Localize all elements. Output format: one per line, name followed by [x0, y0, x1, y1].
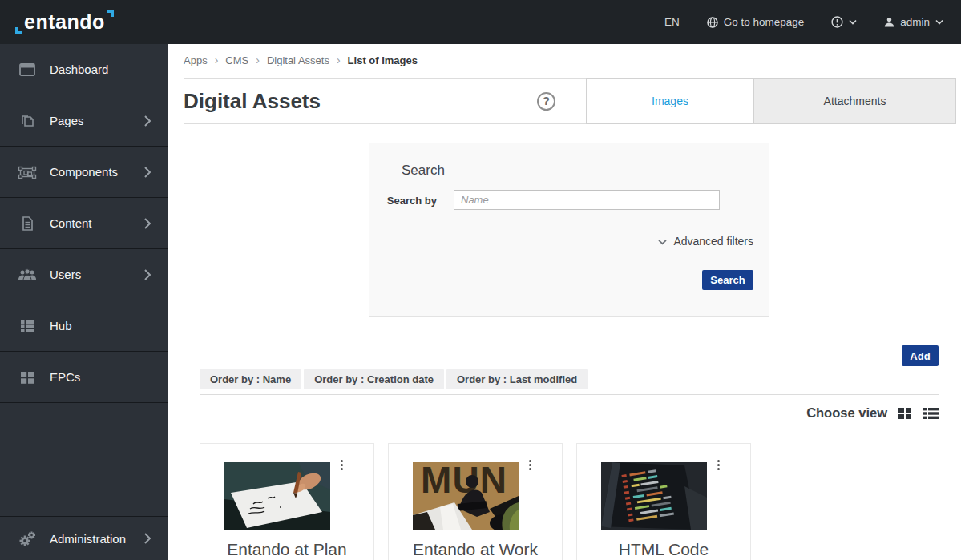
logo-text: entando	[24, 10, 105, 33]
asset-type-tabs: Images Attachments	[586, 78, 956, 124]
logo-bracket-icon	[15, 27, 22, 34]
tab-images[interactable]: Images	[586, 78, 754, 124]
administration-icon	[18, 529, 37, 548]
sidebar-item-pages[interactable]: Pages	[0, 95, 168, 147]
sidebar-item-hub[interactable]: Hub	[0, 300, 168, 352]
breadcrumb-item-apps[interactable]: Apps	[184, 54, 208, 66]
chevron-down-icon	[658, 235, 667, 248]
svg-text:MUN: MUN	[421, 462, 507, 501]
asset-title: HTML Code	[577, 540, 750, 559]
breadcrumb-item-cms[interactable]: CMS	[225, 54, 248, 66]
sidebar-item-epcs[interactable]: EPCs	[0, 352, 168, 403]
sidebar-item-label: Users	[50, 268, 81, 281]
asset-thumbnail[interactable]	[601, 462, 707, 530]
title-block: Digital Assets ?	[184, 78, 586, 124]
info-icon	[831, 16, 843, 28]
asset-card[interactable]: Entando at Plan	[200, 443, 374, 560]
pages-icon	[18, 111, 37, 131]
sidebar-item-label: Components	[50, 165, 118, 179]
breadcrumb-separator-icon: ›	[256, 54, 260, 66]
chevron-right-icon	[143, 268, 151, 281]
sidebar-item-label: Dashboard	[50, 62, 108, 76]
asset-card[interactable]: MUN Entando at Work	[388, 443, 563, 560]
divider	[200, 394, 939, 395]
user-name: admin	[900, 16, 930, 28]
sidebar-item-label: Pages	[50, 114, 84, 127]
search-panel-heading: Search	[402, 163, 445, 179]
sidebar-item-label: Administration	[50, 532, 126, 546]
hub-icon	[18, 316, 37, 336]
breadcrumb-item-current: List of Images	[348, 54, 418, 66]
view-chooser: Choose view	[806, 405, 939, 421]
info-menu[interactable]	[831, 16, 857, 28]
asset-thumbnail[interactable]	[224, 462, 330, 530]
sidebar-item-dashboard[interactable]: Dashboard	[0, 44, 168, 95]
grid-view-icon[interactable]	[898, 407, 912, 420]
go-to-homepage-link[interactable]: Go to homepage	[707, 16, 805, 28]
sidebar-item-users[interactable]: Users	[0, 249, 168, 300]
language-label: EN	[664, 16, 680, 28]
sidebar-item-label: Content	[50, 216, 92, 230]
page-title: Digital Assets	[184, 89, 321, 114]
content-icon	[18, 214, 37, 233]
breadcrumb-separator-icon: ›	[215, 54, 219, 66]
search-input[interactable]	[454, 190, 720, 210]
search-by-label: Search by	[384, 193, 437, 209]
advanced-filters-toggle[interactable]: Advanced filters	[658, 235, 753, 248]
sidebar-nav: Dashboard Pages Components Content Us	[0, 44, 168, 560]
main-content: Apps › CMS › Digital Assets › List of Im…	[168, 44, 961, 560]
order-by-last-modified-button[interactable]: Order by : Last modified	[446, 369, 588, 389]
asset-thumbnail[interactable]: MUN	[413, 462, 519, 530]
asset-title: Entando at Work	[389, 540, 562, 559]
list-view-icon[interactable]	[923, 407, 939, 420]
chevron-right-icon	[143, 532, 151, 545]
user-menu[interactable]: admin	[884, 16, 943, 28]
asset-card[interactable]: HTML Code	[576, 443, 751, 560]
breadcrumb-item-digital-assets[interactable]: Digital Assets	[267, 54, 329, 66]
search-button[interactable]: Search	[702, 270, 753, 290]
sidebar-item-content[interactable]: Content	[0, 198, 168, 249]
kebab-menu-icon[interactable]	[714, 460, 722, 473]
page-header: Digital Assets ? Images Attachments	[184, 78, 956, 124]
chevron-down-icon	[935, 19, 943, 25]
chevron-down-icon	[849, 19, 857, 25]
chevron-right-icon	[143, 115, 151, 127]
chevron-right-icon	[143, 217, 151, 230]
asset-title: Entando at Plan	[200, 540, 373, 559]
kebab-menu-icon[interactable]	[526, 460, 534, 473]
advanced-filters-label: Advanced filters	[673, 235, 753, 248]
users-icon	[18, 265, 37, 284]
logo-bracket-icon	[107, 10, 114, 17]
sidebar-item-label: Hub	[50, 319, 72, 332]
go-to-homepage-label: Go to homepage	[724, 16, 805, 28]
language-selector[interactable]: EN	[664, 16, 680, 28]
asset-card-grid: Entando at Plan MUN	[200, 443, 751, 560]
breadcrumb-separator-icon: ›	[337, 54, 341, 66]
user-icon	[884, 17, 894, 27]
topbar-menu: EN Go to homepage admin	[664, 16, 943, 28]
sidebar-item-label: EPCs	[50, 370, 80, 384]
dashboard-icon	[18, 60, 37, 79]
breadcrumb: Apps › CMS › Digital Assets › List of Im…	[184, 54, 418, 66]
sidebar-item-administration[interactable]: Administration	[0, 516, 168, 560]
choose-view-label: Choose view	[806, 405, 887, 421]
order-by-creation-date-button[interactable]: Order by : Creation date	[304, 369, 444, 389]
help-icon[interactable]: ?	[537, 92, 555, 111]
tab-attachments[interactable]: Attachments	[754, 78, 956, 124]
entando-logo[interactable]: entando	[24, 12, 105, 32]
components-icon	[18, 163, 37, 182]
sidebar-item-components[interactable]: Components	[0, 147, 168, 198]
order-by-name-button[interactable]: Order by : Name	[200, 369, 301, 389]
top-bar: entando EN Go to homepage admin	[0, 0, 961, 44]
order-by-toolbar: Order by : Name Order by : Creation date…	[200, 369, 588, 389]
epcs-icon	[18, 368, 37, 387]
chevron-right-icon	[143, 166, 151, 179]
search-panel: Search Search by Advanced filters Search	[369, 143, 769, 317]
add-button[interactable]: Add	[902, 345, 939, 366]
kebab-menu-icon[interactable]	[337, 460, 345, 473]
globe-icon	[707, 17, 718, 28]
